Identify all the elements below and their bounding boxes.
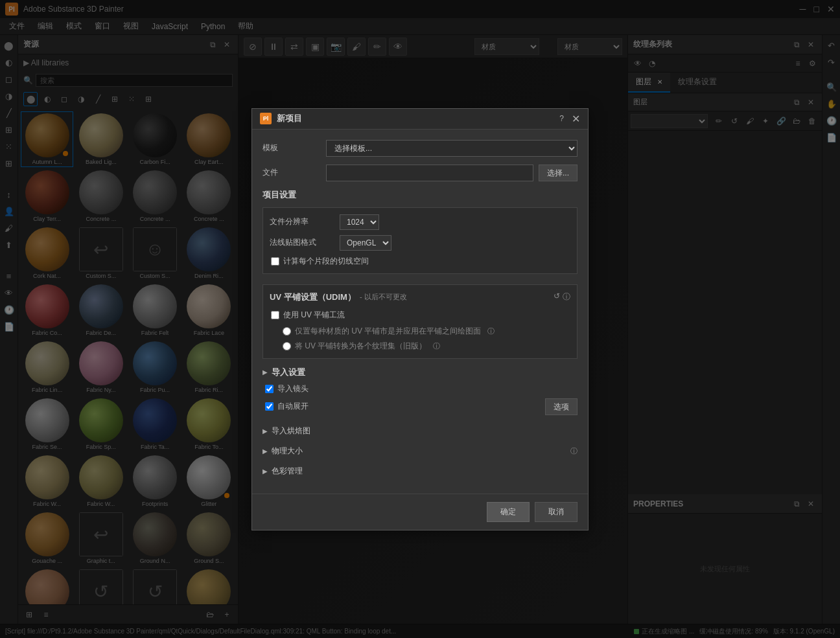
import-arrow: ▶ xyxy=(262,369,268,376)
resolution-row: 文件分辨率 1024 xyxy=(270,214,570,230)
bake-title: 导入烘焙图 xyxy=(272,426,310,437)
import-camera-label: 导入镜头 xyxy=(265,383,309,394)
uv-section: UV 平铺设置（UDIM） - 以后不可更改 ↺ ⓘ 使用 UV 平铺工流 仅置… xyxy=(262,284,578,359)
physical-info[interactable]: ⓘ xyxy=(570,446,578,456)
uv-radio-2-input[interactable] xyxy=(283,342,291,350)
uv-radio-2: 将 UV 平铺转换为各个纹理集（旧版） ⓘ xyxy=(283,341,570,352)
import-expand-row: 自动展开 选项 xyxy=(265,398,578,415)
cancel-button[interactable]: 取消 xyxy=(535,502,578,522)
uv-refresh-icon[interactable]: ↺ xyxy=(554,291,560,302)
import-section: ▶ 导入设置 导入镜头 自动展开 xyxy=(262,367,578,415)
resolution-select[interactable]: 1024 xyxy=(340,214,379,230)
color-title: 色彩管理 xyxy=(272,466,303,477)
resolution-label: 文件分辨率 xyxy=(270,216,334,227)
normal-format-select[interactable]: OpenGL xyxy=(340,235,391,251)
file-select-btn[interactable]: 选择... xyxy=(539,165,578,181)
modal-close-btn[interactable]: ✕ xyxy=(572,113,580,125)
import-title: 导入设置 xyxy=(272,367,305,378)
color-arrow: ▶ xyxy=(262,468,268,475)
file-label: 文件 xyxy=(262,167,321,178)
modal-footer: 确定 取消 xyxy=(252,494,588,530)
modal-overlay: Pl 新项目 ? ✕ 模板 选择模板... 文件 选择... 项目设置 xyxy=(0,0,840,638)
modal-icon: Pl xyxy=(260,113,272,124)
import-camera-checkbox[interactable] xyxy=(265,385,274,393)
color-header[interactable]: ▶ 色彩管理 xyxy=(262,463,578,479)
modal-title: 新项目 xyxy=(277,113,559,124)
uv-info-icon[interactable]: ⓘ xyxy=(563,291,570,302)
uv-header: UV 平铺设置（UDIM） - 以后不可更改 ↺ ⓘ xyxy=(270,291,570,303)
bake-header[interactable]: ▶ 导入烘焙图 xyxy=(262,423,578,439)
bake-arrow: ▶ xyxy=(262,427,268,435)
template-label: 模板 xyxy=(262,142,321,154)
uv-radio-group: 仅置每种材质的 UV 平铺市是并应用在平铺之间绘图面 ⓘ 将 UV 平铺转换为各… xyxy=(270,326,570,352)
color-section: ▶ 色彩管理 xyxy=(262,463,578,479)
project-settings-title: 项目设置 xyxy=(262,189,578,201)
normal-format-label: 法线贴图格式 xyxy=(270,237,334,248)
import-options-btn[interactable]: 选项 xyxy=(545,398,578,415)
import-header: ▶ 导入设置 xyxy=(262,367,578,378)
uv-subtitle: - 以后不可更改 xyxy=(360,292,407,302)
new-project-modal: Pl 新项目 ? ✕ 模板 选择模板... 文件 选择... 项目设置 xyxy=(251,108,589,530)
import-camera-row: 导入镜头 xyxy=(265,383,578,394)
physical-title: 物理大小 xyxy=(272,446,303,457)
compute-tangent-checkbox[interactable] xyxy=(271,257,279,266)
ok-button[interactable]: 确定 xyxy=(487,502,530,522)
modal-body: 模板 选择模板... 文件 选择... 项目设置 文件分辨率 1024 xyxy=(252,130,588,494)
file-row: 文件 选择... xyxy=(262,165,578,181)
uv-radio-1: 仅置每种材质的 UV 平铺市是并应用在平铺之间绘图面 ⓘ xyxy=(283,326,570,337)
template-row: 模板 选择模板... xyxy=(262,140,578,157)
modal-help-btn[interactable]: ? xyxy=(559,114,564,123)
compute-tangent-check: 计算每个片段的切线空间 xyxy=(270,256,570,267)
uv-info-2[interactable]: ⓘ xyxy=(433,341,440,351)
physical-arrow: ▶ xyxy=(262,448,268,455)
modal-header: Pl 新项目 ? ✕ xyxy=(252,109,588,130)
uv-icons: ↺ ⓘ xyxy=(554,291,570,302)
settings-section: 文件分辨率 1024 法线贴图格式 OpenGL 计算每个片段的切线空间 xyxy=(262,207,578,274)
uv-workflow-check: 使用 UV 平铺工流 xyxy=(270,310,570,321)
import-options: 导入镜头 自动展开 选项 xyxy=(262,383,578,415)
uv-workflow-checkbox[interactable] xyxy=(271,311,279,319)
uv-info-1[interactable]: ⓘ xyxy=(487,326,495,336)
uv-radio-1-input[interactable] xyxy=(283,327,291,336)
template-select[interactable]: 选择模板... xyxy=(326,140,578,157)
physical-header[interactable]: ▶ 物理大小 ⓘ xyxy=(262,443,578,459)
import-expand-label: 自动展开 xyxy=(265,401,309,412)
uv-title: UV 平铺设置（UDIM） xyxy=(270,291,356,303)
bake-section: ▶ 导入烘焙图 xyxy=(262,423,578,439)
physical-section: ▶ 物理大小 ⓘ xyxy=(262,443,578,459)
normal-format-row: 法线贴图格式 OpenGL xyxy=(270,235,570,251)
import-expand-checkbox[interactable] xyxy=(265,402,274,411)
